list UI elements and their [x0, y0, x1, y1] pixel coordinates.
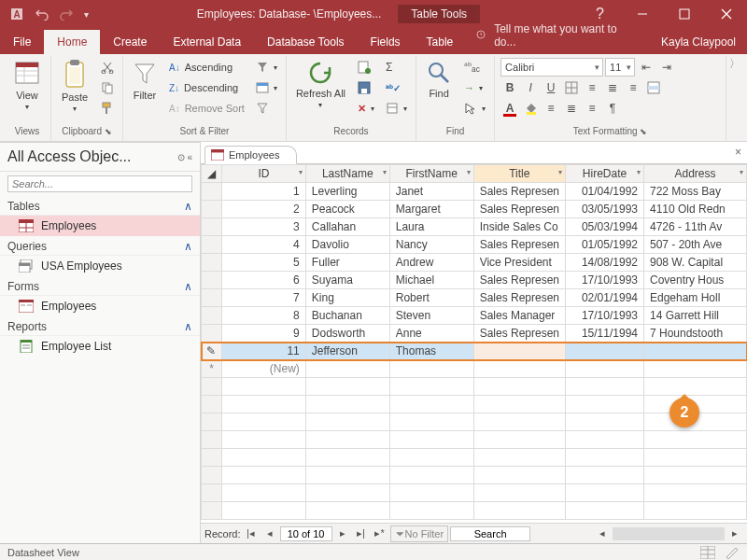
new-record-row[interactable]: *(New)	[202, 360, 747, 378]
nav-item-employees-table[interactable]: Employees	[0, 216, 200, 236]
prev-record-button[interactable]: ◂	[261, 525, 278, 542]
align-right2-button[interactable]: ≡	[583, 99, 601, 118]
design-view-icon[interactable]	[725, 546, 740, 559]
tab-fields[interactable]: Fields	[358, 30, 414, 54]
table-row[interactable]: 5FullerAndrew Vice President14/08/199290…	[202, 254, 747, 272]
underline-button[interactable]: U	[542, 78, 560, 97]
font-color-button[interactable]: A	[500, 99, 519, 118]
table-row[interactable]: 4DavolioNancy Sales Represen01/05/199250…	[202, 236, 747, 254]
tab-database-tools[interactable]: Database Tools	[254, 30, 358, 54]
nav-item-employees-form[interactable]: Employees	[0, 296, 200, 316]
next-record-button[interactable]: ▸	[334, 525, 351, 542]
tab-file[interactable]: File	[0, 30, 44, 54]
align-left-button[interactable]: ≡	[583, 78, 601, 97]
save-record-button[interactable]	[355, 78, 377, 97]
bold-button[interactable]: B	[500, 78, 519, 97]
view-button[interactable]: View▾	[9, 58, 45, 113]
select-button[interactable]: ▾	[461, 99, 488, 118]
sort-ascending-button[interactable]: A↓Ascending	[166, 58, 247, 77]
redo-icon[interactable]	[60, 7, 73, 21]
sort-descending-button[interactable]: Z↓Descending	[166, 78, 247, 97]
last-record-button[interactable]: ▸|	[353, 525, 370, 542]
nav-dropdown-icon[interactable]: ⊙ «	[177, 152, 192, 162]
align-center2-button[interactable]: ≣	[562, 99, 581, 118]
rtl-button[interactable]: ¶	[603, 99, 622, 118]
italic-button[interactable]: I	[521, 78, 540, 97]
user-name[interactable]: Kayla Claypool	[650, 30, 747, 54]
more-records-button[interactable]: ▾	[383, 99, 410, 118]
nav-section-tables[interactable]: Tables∧	[0, 196, 200, 216]
nav-search-input[interactable]	[7, 175, 192, 192]
totals-button[interactable]: Σ	[383, 58, 410, 77]
tab-home[interactable]: Home	[44, 30, 100, 54]
table-row[interactable]: 9DodsworthAnne Sales Represen15/11/19947…	[202, 325, 747, 343]
table-row[interactable]: 3CallahanLaura Inside Sales Co05/03/1994…	[202, 218, 747, 236]
align-right-button[interactable]: ≡	[624, 78, 642, 97]
format-painter-button[interactable]	[98, 99, 117, 118]
gridlines-button[interactable]	[562, 78, 581, 97]
font-name-combo[interactable]: Calibri	[500, 58, 603, 77]
table-row[interactable]: 7KingRobert Sales Represen02/01/1994Edge…	[202, 289, 747, 307]
toggle-filter-button[interactable]	[253, 99, 280, 118]
record-position-input[interactable]	[280, 526, 332, 541]
filter-button[interactable]: Filter	[129, 58, 161, 103]
cut-button[interactable]	[98, 58, 117, 77]
hscroll-left[interactable]: ◂	[594, 525, 611, 542]
column-id[interactable]: ID▾	[221, 165, 305, 183]
nav-item-employee-list-report[interactable]: Employee List	[0, 336, 200, 357]
record-search-input[interactable]	[450, 526, 530, 541]
new-record-button[interactable]	[355, 58, 377, 77]
table-row[interactable]: 8BuchananSteven Sales Manager17/10/19931…	[202, 307, 747, 325]
table-row[interactable]: ✎ 11JeffersonThomas	[202, 343, 747, 360]
refresh-all-button[interactable]: Refresh All▾	[292, 58, 349, 111]
remove-sort-button[interactable]: A↕Remove Sort	[166, 99, 247, 118]
paste-button[interactable]: Paste▾	[57, 58, 92, 115]
column-address[interactable]: Address▾	[644, 165, 747, 183]
new-record-nav-button[interactable]: ▸*	[372, 525, 388, 542]
nav-section-reports[interactable]: Reports∧	[0, 316, 200, 336]
tell-me-input[interactable]: Tell me what you want to do...	[466, 17, 650, 54]
undo-icon[interactable]	[35, 7, 49, 21]
close-button[interactable]	[705, 0, 747, 28]
indent-increase-icon[interactable]: ⇥	[657, 58, 676, 77]
hscrollbar[interactable]	[613, 527, 725, 540]
replace-button[interactable]: ᵃᵇac	[461, 58, 488, 77]
table-row[interactable]: 6SuyamaMichael Sales Represen17/10/1993C…	[202, 272, 747, 289]
find-button[interactable]: Find	[422, 58, 456, 101]
font-size-combo[interactable]: 11	[605, 58, 635, 77]
nav-section-queries[interactable]: Queries∧	[0, 236, 200, 256]
delete-record-button[interactable]: ✕▾	[355, 99, 377, 118]
column-lastname[interactable]: LastName▾	[305, 165, 389, 183]
tab-table[interactable]: Table	[414, 30, 467, 54]
tab-create[interactable]: Create	[100, 30, 160, 54]
spelling-button[interactable]: ᵃᵇ✓	[383, 78, 410, 97]
column-hiredate[interactable]: HireDate▾	[566, 165, 644, 183]
indent-decrease-icon[interactable]: ⇤	[637, 58, 655, 77]
maximize-button[interactable]	[663, 0, 705, 28]
first-record-button[interactable]: |◂	[243, 525, 260, 542]
table-row[interactable]: 1LeverlingJanet Sales Represen01/04/1992…	[202, 183, 747, 201]
fill-color-button[interactable]	[521, 99, 540, 118]
advanced-filter-button[interactable]: ▾	[253, 78, 280, 97]
nav-section-forms[interactable]: Forms∧	[0, 276, 200, 296]
column-firstname[interactable]: FirstName▾	[389, 165, 473, 183]
nav-item-usa-employees-query[interactable]: USA Employees	[0, 256, 200, 276]
datasheet-grid[interactable]: ◢ ID▾ LastName▾ FirstName▾ Title▾ HireDa…	[201, 164, 747, 520]
align-left2-button[interactable]: ≡	[542, 99, 560, 118]
object-tab-employees[interactable]: Employees	[204, 146, 297, 164]
select-all-cell[interactable]: ◢	[202, 165, 222, 183]
copy-button[interactable]	[98, 78, 117, 97]
column-title[interactable]: Title▾	[473, 165, 565, 183]
table-row[interactable]: 2PeacockMargaret Sales Represen03/05/199…	[202, 201, 747, 218]
selection-filter-button[interactable]: ▾	[253, 58, 280, 77]
close-tab-icon[interactable]: ×	[735, 146, 741, 159]
tab-external-data[interactable]: External Data	[160, 30, 254, 54]
align-center-button[interactable]: ≣	[603, 78, 622, 97]
goto-button[interactable]: →▾	[461, 78, 488, 97]
qat-dropdown-icon[interactable]: ▾	[84, 9, 89, 20]
alt-row-color-button[interactable]	[644, 78, 663, 97]
collapse-ribbon-icon[interactable]: 〉	[726, 56, 743, 141]
hscroll-right[interactable]: ▸	[726, 525, 743, 542]
filter-indicator[interactable]: ⏷ No Filter	[390, 525, 449, 542]
datasheet-view-icon[interactable]	[700, 546, 715, 559]
